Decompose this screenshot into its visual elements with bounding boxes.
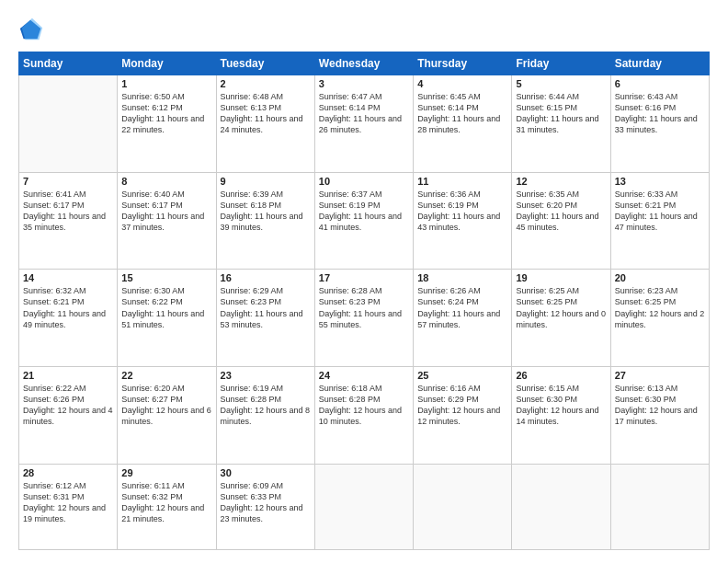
cell-info: Sunrise: 6:48 AM Sunset: 6:13 PM Dayligh… [221, 91, 311, 136]
cell-info: Sunrise: 6:26 AM Sunset: 6:24 PM Dayligh… [417, 285, 507, 330]
calendar-cell: 24Sunrise: 6:18 AM Sunset: 6:28 PM Dayli… [314, 367, 413, 465]
day-number: 5 [516, 78, 606, 89]
calendar-cell: 1Sunrise: 6:50 AM Sunset: 6:12 PM Daylig… [118, 75, 216, 173]
calendar-cell: 18Sunrise: 6:26 AM Sunset: 6:24 PM Dayli… [414, 270, 512, 367]
calendar-cell: 28Sunrise: 6:12 AM Sunset: 6:31 PM Dayli… [19, 464, 118, 549]
cell-info: Sunrise: 6:33 AM Sunset: 6:21 PM Dayligh… [615, 189, 705, 234]
weekday-header-wednesday: Wednesday [314, 52, 413, 75]
calendar-cell [610, 464, 709, 549]
weekday-header-monday: Monday [118, 52, 216, 75]
calendar-cell: 30Sunrise: 6:09 AM Sunset: 6:33 PM Dayli… [216, 464, 314, 549]
weekday-header-friday: Friday [512, 52, 610, 75]
calendar-cell: 26Sunrise: 6:15 AM Sunset: 6:30 PM Dayli… [512, 367, 610, 465]
calendar-cell: 5Sunrise: 6:44 AM Sunset: 6:15 PM Daylig… [512, 75, 610, 173]
calendar-cell: 13Sunrise: 6:33 AM Sunset: 6:21 PM Dayli… [610, 172, 709, 270]
calendar-week-5: 28Sunrise: 6:12 AM Sunset: 6:31 PM Dayli… [19, 464, 710, 549]
cell-info: Sunrise: 6:09 AM Sunset: 6:33 PM Dayligh… [221, 480, 311, 525]
calendar-cell: 27Sunrise: 6:13 AM Sunset: 6:30 PM Dayli… [610, 367, 709, 465]
day-number: 29 [121, 467, 211, 478]
calendar-week-3: 14Sunrise: 6:32 AM Sunset: 6:21 PM Dayli… [19, 270, 710, 367]
day-number: 25 [417, 370, 507, 381]
calendar-cell: 2Sunrise: 6:48 AM Sunset: 6:13 PM Daylig… [216, 75, 314, 173]
calendar-cell [414, 464, 512, 549]
day-number: 6 [615, 78, 705, 89]
calendar-cell: 17Sunrise: 6:28 AM Sunset: 6:23 PM Dayli… [314, 270, 413, 367]
calendar-cell: 9Sunrise: 6:39 AM Sunset: 6:18 PM Daylig… [216, 172, 314, 270]
calendar-cell [314, 464, 413, 549]
day-number: 22 [121, 370, 211, 381]
weekday-header-thursday: Thursday [414, 52, 512, 75]
day-number: 17 [319, 272, 409, 283]
day-number: 14 [23, 272, 113, 283]
day-number: 2 [221, 78, 311, 89]
page: SundayMondayTuesdayWednesdayThursdayFrid… [0, 0, 728, 563]
cell-info: Sunrise: 6:11 AM Sunset: 6:32 PM Dayligh… [121, 480, 211, 525]
cell-info: Sunrise: 6:19 AM Sunset: 6:28 PM Dayligh… [221, 383, 311, 428]
calendar-cell: 22Sunrise: 6:20 AM Sunset: 6:27 PM Dayli… [118, 367, 216, 465]
cell-info: Sunrise: 6:18 AM Sunset: 6:28 PM Dayligh… [319, 383, 409, 428]
day-number: 18 [417, 272, 507, 283]
cell-info: Sunrise: 6:44 AM Sunset: 6:15 PM Dayligh… [516, 91, 606, 136]
calendar-cell [19, 75, 118, 173]
calendar-cell: 25Sunrise: 6:16 AM Sunset: 6:29 PM Dayli… [414, 367, 512, 465]
cell-info: Sunrise: 6:41 AM Sunset: 6:17 PM Dayligh… [23, 189, 113, 234]
cell-info: Sunrise: 6:40 AM Sunset: 6:17 PM Dayligh… [121, 189, 211, 234]
header [18, 17, 710, 42]
calendar-cell: 11Sunrise: 6:36 AM Sunset: 6:19 PM Dayli… [414, 172, 512, 270]
day-number: 19 [516, 272, 606, 283]
logo [18, 17, 48, 42]
calendar-cell [512, 464, 610, 549]
cell-info: Sunrise: 6:20 AM Sunset: 6:27 PM Dayligh… [121, 383, 211, 428]
cell-info: Sunrise: 6:29 AM Sunset: 6:23 PM Dayligh… [221, 285, 311, 330]
day-number: 20 [615, 272, 705, 283]
cell-info: Sunrise: 6:37 AM Sunset: 6:19 PM Dayligh… [319, 189, 409, 234]
calendar-cell: 3Sunrise: 6:47 AM Sunset: 6:14 PM Daylig… [314, 75, 413, 173]
cell-info: Sunrise: 6:45 AM Sunset: 6:14 PM Dayligh… [417, 91, 507, 136]
calendar-cell: 6Sunrise: 6:43 AM Sunset: 6:16 PM Daylig… [610, 75, 709, 173]
day-number: 8 [121, 176, 211, 187]
day-number: 27 [615, 370, 705, 381]
calendar-week-4: 21Sunrise: 6:22 AM Sunset: 6:26 PM Dayli… [19, 367, 710, 465]
calendar-cell: 14Sunrise: 6:32 AM Sunset: 6:21 PM Dayli… [19, 270, 118, 367]
cell-info: Sunrise: 6:36 AM Sunset: 6:19 PM Dayligh… [417, 189, 507, 234]
day-number: 12 [516, 176, 606, 187]
cell-info: Sunrise: 6:13 AM Sunset: 6:30 PM Dayligh… [615, 383, 705, 428]
svg-marker-1 [22, 18, 42, 40]
calendar-cell: 15Sunrise: 6:30 AM Sunset: 6:22 PM Dayli… [118, 270, 216, 367]
day-number: 11 [417, 176, 507, 187]
day-number: 26 [516, 370, 606, 381]
day-number: 13 [615, 176, 705, 187]
calendar-cell: 4Sunrise: 6:45 AM Sunset: 6:14 PM Daylig… [414, 75, 512, 173]
calendar-cell: 12Sunrise: 6:35 AM Sunset: 6:20 PM Dayli… [512, 172, 610, 270]
calendar-cell: 23Sunrise: 6:19 AM Sunset: 6:28 PM Dayli… [216, 367, 314, 465]
calendar-cell: 10Sunrise: 6:37 AM Sunset: 6:19 PM Dayli… [314, 172, 413, 270]
day-number: 3 [319, 78, 409, 89]
calendar-cell: 21Sunrise: 6:22 AM Sunset: 6:26 PM Dayli… [19, 367, 118, 465]
calendar-cell: 29Sunrise: 6:11 AM Sunset: 6:32 PM Dayli… [118, 464, 216, 549]
cell-info: Sunrise: 6:28 AM Sunset: 6:23 PM Dayligh… [319, 285, 409, 330]
cell-info: Sunrise: 6:15 AM Sunset: 6:30 PM Dayligh… [516, 383, 606, 428]
cell-info: Sunrise: 6:16 AM Sunset: 6:29 PM Dayligh… [417, 383, 507, 428]
cell-info: Sunrise: 6:25 AM Sunset: 6:25 PM Dayligh… [516, 285, 606, 330]
cell-info: Sunrise: 6:22 AM Sunset: 6:26 PM Dayligh… [23, 383, 113, 428]
calendar-cell: 7Sunrise: 6:41 AM Sunset: 6:17 PM Daylig… [19, 172, 118, 270]
calendar-week-2: 7Sunrise: 6:41 AM Sunset: 6:17 PM Daylig… [19, 172, 710, 270]
calendar-cell: 8Sunrise: 6:40 AM Sunset: 6:17 PM Daylig… [118, 172, 216, 270]
cell-info: Sunrise: 6:39 AM Sunset: 6:18 PM Dayligh… [221, 189, 311, 234]
logo-icon [18, 17, 44, 42]
weekday-header-saturday: Saturday [610, 52, 709, 75]
cell-info: Sunrise: 6:35 AM Sunset: 6:20 PM Dayligh… [516, 189, 606, 234]
day-number: 9 [221, 176, 311, 187]
calendar-cell: 16Sunrise: 6:29 AM Sunset: 6:23 PM Dayli… [216, 270, 314, 367]
calendar-table: SundayMondayTuesdayWednesdayThursdayFrid… [18, 52, 710, 550]
calendar-cell: 19Sunrise: 6:25 AM Sunset: 6:25 PM Dayli… [512, 270, 610, 367]
cell-info: Sunrise: 6:47 AM Sunset: 6:14 PM Dayligh… [319, 91, 409, 136]
weekday-header-tuesday: Tuesday [216, 52, 314, 75]
cell-info: Sunrise: 6:12 AM Sunset: 6:31 PM Dayligh… [23, 480, 113, 525]
weekday-header-row: SundayMondayTuesdayWednesdayThursdayFrid… [19, 52, 710, 75]
day-number: 7 [23, 176, 113, 187]
day-number: 4 [417, 78, 507, 89]
day-number: 1 [121, 78, 211, 89]
day-number: 10 [319, 176, 409, 187]
weekday-header-sunday: Sunday [19, 52, 118, 75]
